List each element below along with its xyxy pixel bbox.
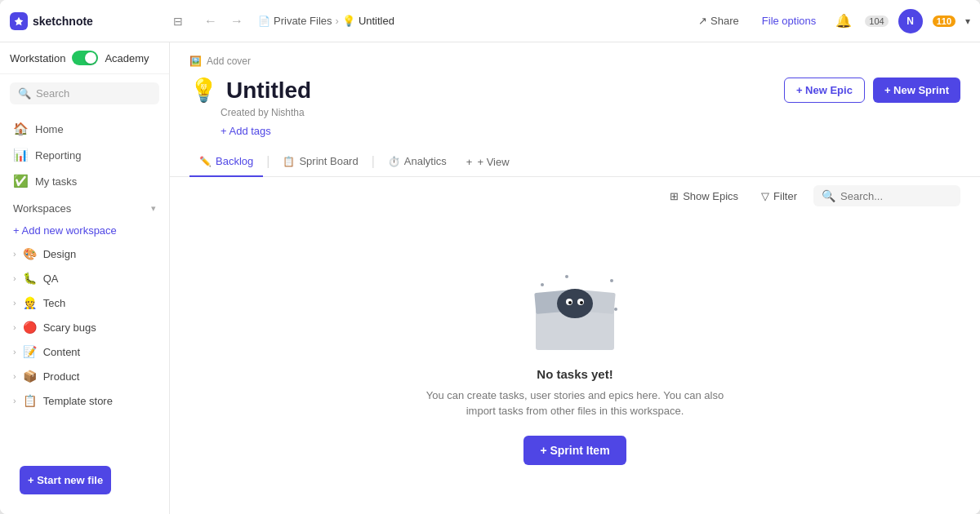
tab-analytics[interactable]: ⏱️ Analytics	[378, 147, 457, 177]
add-workspace-button[interactable]: + Add new workspace	[0, 219, 169, 241]
user-dropdown-icon[interactable]: ▾	[965, 16, 970, 27]
workspace-mode: Academy	[105, 52, 149, 64]
page-title-text[interactable]: Untitled	[226, 78, 311, 104]
content-header: 🖼️ Add cover 💡 Untitled + New Epic + New…	[170, 42, 980, 147]
created-by: Created by Nishtha	[220, 107, 960, 118]
tab-sprint-board[interactable]: 📋 Sprint Board	[273, 147, 368, 177]
sidebar-item-scary-bugs[interactable]: › 🔴 Scary bugs	[0, 315, 169, 339]
template-emoji: 📋	[23, 394, 37, 407]
product-chevron-icon: ›	[13, 371, 16, 381]
content-emoji: 📝	[23, 345, 37, 358]
toggle-knob	[85, 52, 96, 64]
sidebar-item-qa[interactable]: › 🐛 QA	[0, 266, 169, 290]
tasks-icon: ✅	[13, 174, 29, 188]
content-chevron-icon: ›	[13, 347, 16, 357]
toggle-switch[interactable]	[72, 51, 98, 65]
design-chevron-icon: ›	[13, 249, 16, 259]
epics-icon: ⊞	[670, 190, 679, 202]
sidebar-item-reporting[interactable]: 📊 Reporting	[0, 142, 169, 168]
backlog-tab-icon: ✏️	[199, 156, 212, 167]
svg-point-12	[580, 301, 583, 304]
page-title: 💡 Untitled	[189, 77, 311, 104]
tab-backlog[interactable]: ✏️ Backlog	[189, 147, 263, 177]
search-toolbar-input[interactable]	[840, 190, 947, 202]
sidebar-item-home[interactable]: 🏠 Home	[0, 116, 169, 142]
view-tab[interactable]: + + View	[457, 148, 519, 176]
workspace-label: Workstation	[10, 52, 65, 64]
svg-point-1	[610, 279, 613, 282]
show-epics-button[interactable]: ⊞ Show Epics	[663, 187, 745, 206]
notification-button[interactable]: 🔔	[832, 10, 855, 32]
file-options-button[interactable]: File options	[755, 11, 822, 30]
logo-icon	[10, 12, 28, 30]
toolbar-row: ⊞ Show Epics ▽ Filter 🔍	[170, 177, 980, 215]
avatar[interactable]: N	[898, 9, 923, 33]
empty-description: You can create tasks, user stories and e…	[426, 388, 724, 419]
nav-arrows: ← →	[199, 12, 248, 30]
sidebar-item-design[interactable]: › 🎨 Design	[0, 241, 169, 266]
bugs-chevron-icon: ›	[13, 322, 16, 332]
sprint-board-tab-icon: 📋	[283, 156, 295, 167]
filter-button[interactable]: ▽ Filter	[755, 187, 804, 206]
title-emoji: 💡	[189, 77, 218, 104]
qa-chevron-icon: ›	[13, 273, 16, 283]
workspaces-header[interactable]: Workspaces ▾	[0, 197, 169, 219]
share-button[interactable]: ↗ Share	[692, 11, 746, 30]
svg-point-0	[541, 283, 544, 286]
analytics-tab-icon: ⏱️	[388, 156, 400, 167]
app-logo: sketchnote	[10, 12, 157, 30]
qa-emoji: 🐛	[23, 272, 37, 285]
new-epic-button[interactable]: + New Epic	[784, 78, 865, 103]
home-icon: 🏠	[13, 122, 29, 136]
sidebar-top: Workstation Academy	[0, 42, 169, 74]
tab-divider-2: |	[368, 154, 378, 169]
breadcrumb-section[interactable]: Private Files	[274, 15, 332, 27]
header-actions: ↗ Share File options 🔔 104 N 110 ▾	[692, 9, 970, 33]
page-title-row: 💡 Untitled + New Epic + New Sprint	[189, 77, 960, 104]
new-sprint-button[interactable]: + New Sprint	[873, 78, 960, 103]
sidebar-item-template-store[interactable]: › 📋 Template store	[0, 388, 169, 413]
search-box[interactable]: 🔍 Search	[10, 82, 159, 104]
sprint-item-button[interactable]: + Sprint Item	[523, 436, 626, 465]
file-icon: 📄	[258, 16, 270, 27]
template-chevron-icon: ›	[13, 396, 16, 405]
breadcrumb: 📄 Private Files › 💡 Untitled	[258, 15, 682, 27]
filter-icon: ▽	[761, 190, 769, 202]
sidebar-item-product[interactable]: › 📦 Product	[0, 364, 169, 388]
svg-point-11	[568, 301, 572, 304]
workspaces-chevron-icon: ▾	[151, 203, 156, 214]
sidebar-toggle-icon[interactable]: ⊟	[167, 10, 189, 33]
sidebar: Workstation Academy 🔍 Search 🏠 Home	[0, 42, 170, 514]
search-toolbar-icon: 🔍	[822, 189, 835, 202]
empty-state: No tasks yet! You can create tasks, user…	[170, 215, 980, 514]
product-emoji: 📦	[23, 370, 37, 383]
sidebar-item-my-tasks[interactable]: ✅ My tasks	[0, 168, 169, 194]
reporting-icon: 📊	[13, 148, 29, 162]
titlebar: sketchnote ⊟ ← → 📄 Private Files › 💡 Unt…	[0, 0, 980, 42]
main-layout: Workstation Academy 🔍 Search 🏠 Home	[0, 42, 980, 514]
notif-count: 104	[865, 16, 888, 27]
content-tabs: ✏️ Backlog | 📋 Sprint Board | ⏱️ Analyti…	[170, 147, 980, 177]
search-placeholder: Search	[36, 87, 69, 100]
sidebar-item-tech[interactable]: › 👷 Tech	[0, 290, 169, 315]
sidebar-item-content[interactable]: › 📝 Content	[0, 339, 169, 364]
add-cover-button[interactable]: 🖼️ Add cover	[189, 55, 960, 67]
search-icon: 🔍	[18, 87, 31, 100]
breadcrumb-current: 💡 Untitled	[342, 15, 394, 27]
empty-title: No tasks yet!	[537, 367, 612, 381]
breadcrumb-sep: ›	[336, 15, 339, 27]
svg-point-8	[557, 289, 593, 318]
bugs-emoji: 🔴	[23, 321, 37, 334]
design-emoji: 🎨	[23, 247, 37, 260]
start-new-file-button[interactable]: + Start new file	[20, 466, 111, 494]
add-tags-button[interactable]: + Add tags	[220, 125, 960, 137]
user-count: 110	[933, 16, 956, 27]
workspace-toggle: Workstation Academy	[10, 51, 159, 65]
back-button[interactable]: ←	[199, 12, 222, 30]
toolbar-search[interactable]: 🔍	[813, 185, 960, 206]
content-area: 🖼️ Add cover 💡 Untitled + New Epic + New…	[170, 42, 980, 514]
tech-chevron-icon: ›	[13, 298, 16, 308]
svg-point-2	[614, 308, 617, 311]
image-icon: 🖼️	[189, 55, 202, 67]
forward-button[interactable]: →	[225, 12, 248, 30]
